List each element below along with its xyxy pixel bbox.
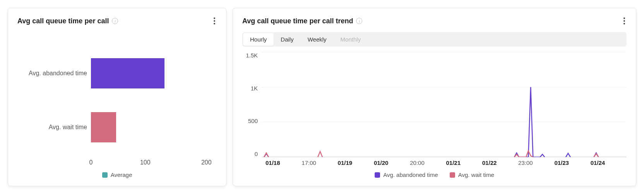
card-title-wrap: Avg call queue time per call trend i	[242, 17, 362, 25]
axis-tick: 0	[89, 159, 93, 166]
x-tick: 01/24	[591, 159, 627, 166]
seg-hourly[interactable]: Hourly	[243, 33, 274, 46]
legend-label: Avg. abandoned time	[383, 171, 438, 178]
axis-tick: 200	[201, 159, 212, 166]
x-tick: 23:00	[518, 159, 554, 166]
legend-item-wait: Avg. wait time	[450, 171, 494, 178]
x-tick: 17:00	[301, 159, 337, 166]
seg-weekly[interactable]: Weekly	[301, 33, 334, 46]
bar-label: Avg. abandoned time	[17, 70, 87, 77]
x-tick: 01/21	[446, 159, 482, 166]
x-tick: 01/19	[338, 159, 374, 166]
kebab-menu-icon[interactable]	[622, 16, 627, 26]
x-axis: 01/1817:0001/1901/2020:0001/2101/2223:00…	[265, 159, 627, 166]
bar-plot: Avg. abandoned time Avg. wait time 0 100…	[17, 46, 217, 154]
x-tick: 01/20	[374, 159, 410, 166]
line-plot-wrap: 1.5K 1K 500 0	[242, 52, 627, 157]
legend-label: Average	[111, 171, 132, 178]
card-avg-call-queue-time: Avg call queue time per call i Avg. aban…	[8, 8, 226, 186]
x-tick: 01/23	[554, 159, 590, 166]
card-title: Avg call queue time per call trend	[242, 17, 353, 25]
bar-label: Avg. wait time	[17, 124, 87, 131]
y-tick: 1K	[251, 85, 258, 92]
line-plot	[262, 52, 627, 157]
legend-label: Avg. wait time	[458, 171, 494, 178]
bar-chart: Avg. abandoned time Avg. wait time 0 100…	[17, 46, 217, 178]
line-svg	[262, 52, 627, 157]
bar-wait-time	[91, 112, 116, 142]
bar-legend: Average	[17, 171, 217, 178]
card-header: Avg call queue time per call trend i	[242, 16, 627, 26]
y-tick: 0	[255, 151, 258, 157]
seg-daily[interactable]: Daily	[274, 33, 300, 46]
info-icon[interactable]: i	[356, 18, 362, 24]
seg-monthly: Monthly	[334, 33, 368, 46]
legend-swatch	[102, 172, 108, 178]
x-tick: 01/18	[265, 159, 301, 166]
y-tick: 1.5K	[246, 52, 258, 59]
info-icon[interactable]: i	[112, 18, 118, 24]
card-avg-call-queue-time-trend: Avg call queue time per call trend i Hou…	[233, 8, 636, 186]
x-tick: 01/22	[482, 159, 518, 166]
kebab-menu-icon[interactable]	[212, 16, 217, 26]
card-header: Avg call queue time per call i	[17, 16, 217, 26]
legend-item-abandoned: Avg. abandoned time	[375, 171, 438, 178]
axis-tick: 100	[140, 159, 151, 166]
legend-swatch	[450, 172, 455, 178]
y-tick: 500	[248, 118, 258, 124]
bar-x-axis: 0 100 200	[91, 159, 217, 166]
card-title: Avg call queue time per call	[17, 17, 109, 25]
bar-category-labels: Avg. abandoned time Avg. wait time	[17, 46, 91, 154]
bar-abandoned-time	[91, 58, 164, 88]
y-axis: 1.5K 1K 500 0	[242, 52, 262, 157]
bar-area: 0 100 200	[91, 46, 217, 154]
x-tick: 20:00	[410, 159, 446, 166]
card-title-wrap: Avg call queue time per call i	[17, 17, 118, 25]
line-legend: Avg. abandoned time Avg. wait time	[242, 171, 627, 178]
legend-swatch	[375, 172, 380, 178]
time-granularity-segmented: Hourly Daily Weekly Monthly	[242, 32, 627, 47]
line-chart: 1.5K 1K 500 0 01/1817:0001/1901/2020:000…	[242, 52, 627, 178]
